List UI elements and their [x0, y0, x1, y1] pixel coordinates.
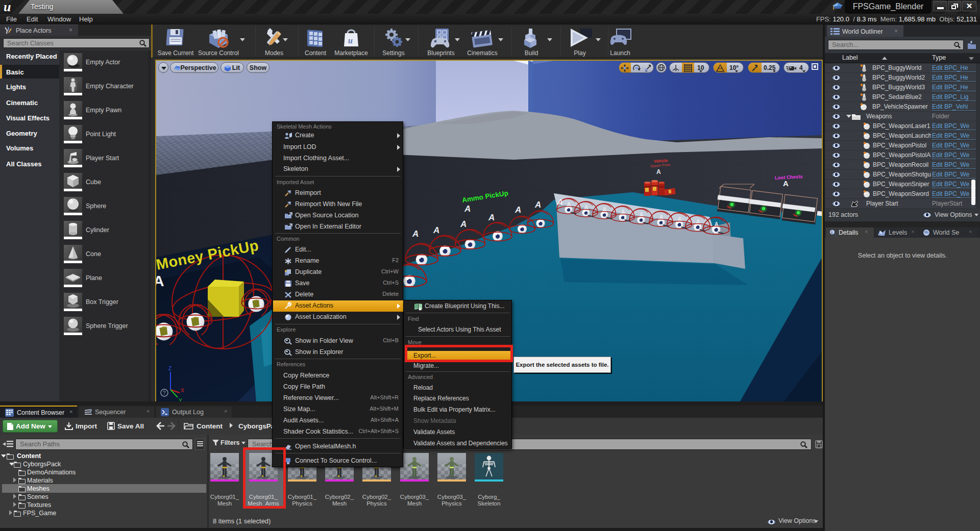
svg-text:A: A: [640, 212, 643, 217]
svg-text:A: A: [534, 200, 541, 210]
svg-text:A: A: [567, 201, 571, 207]
svg-text:A: A: [412, 229, 419, 239]
svg-text:X: X: [181, 388, 184, 393]
svg-text:u: u: [4, 1, 11, 14]
svg-text:A: A: [514, 205, 521, 215]
svg-text:A: A: [464, 204, 471, 214]
svg-text:A: A: [696, 219, 700, 224]
svg-text:A: A: [603, 207, 606, 212]
svg-text:A: A: [556, 197, 563, 207]
svg-text:A: A: [460, 219, 467, 229]
svg-text:A: A: [678, 216, 681, 222]
svg-text:Z: Z: [168, 366, 172, 371]
svg-text:A: A: [659, 214, 663, 220]
svg-text:A: A: [621, 209, 625, 215]
svg-text:A: A: [783, 179, 789, 188]
svg-text:A: A: [584, 205, 588, 210]
svg-text:Y: Y: [179, 398, 182, 401]
svg-text:A: A: [433, 225, 439, 235]
svg-text:A: A: [156, 272, 164, 289]
svg-text:A: A: [715, 221, 718, 227]
svg-text:u: u: [348, 36, 353, 45]
svg-text:A: A: [488, 213, 495, 222]
svg-text:?: ?: [163, 390, 166, 396]
svg-text:A: A: [656, 168, 661, 175]
